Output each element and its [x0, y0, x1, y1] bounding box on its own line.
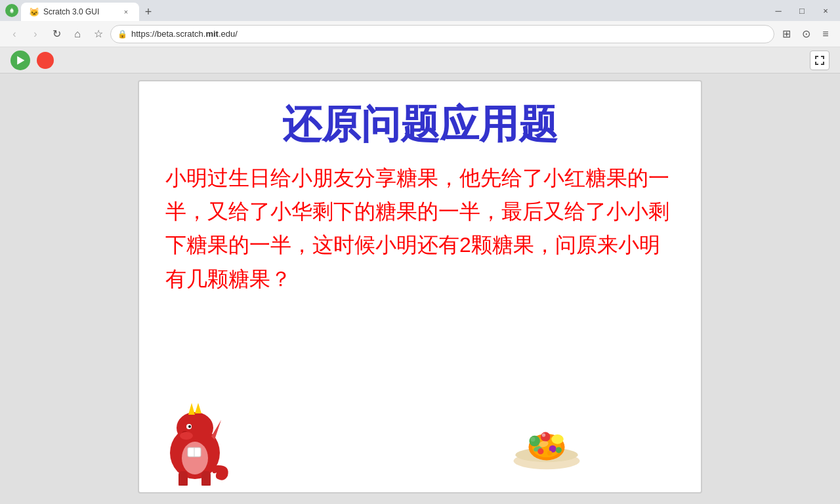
- svg-point-26: [542, 433, 545, 436]
- active-tab[interactable]: 🐱 Scratch 3.0 GUI ×: [21, 3, 139, 21]
- svg-point-25: [541, 432, 551, 442]
- svg-marker-5: [188, 403, 195, 415]
- svg-point-10: [180, 432, 193, 440]
- fullscreen-button[interactable]: [810, 51, 830, 70]
- svg-point-16: [182, 442, 208, 474]
- svg-point-27: [551, 434, 563, 444]
- nav-right-buttons: ⊞ ⊙ ≡: [777, 25, 835, 43]
- svg-point-13: [177, 485, 190, 486]
- restore-button[interactable]: □: [793, 1, 811, 20]
- browser-logo: [5, 4, 18, 17]
- svg-point-31: [547, 451, 552, 455]
- tab-favicon: 🐱: [29, 7, 39, 17]
- address-bar[interactable]: 🔒 https://beta.scratch.mit.edu/: [110, 25, 774, 43]
- profile-button[interactable]: ⊙: [797, 25, 815, 43]
- svg-point-14: [200, 485, 213, 486]
- extensions-button[interactable]: ⊞: [777, 25, 795, 43]
- refresh-button[interactable]: ↻: [47, 25, 66, 43]
- stage-title: 还原问题应用题: [139, 101, 701, 148]
- forward-button[interactable]: ›: [26, 25, 45, 43]
- tab-title-text: Scratch 3.0 GUI: [43, 7, 117, 16]
- new-tab-button[interactable]: +: [139, 3, 158, 21]
- stage-sprites: [139, 387, 701, 492]
- svg-point-32: [556, 447, 562, 453]
- nav-bar: ‹ › ↻ ⌂ ☆ 🔒 https://beta.scratch.mit.edu…: [0, 21, 840, 47]
- svg-point-23: [529, 436, 539, 446]
- menu-button[interactable]: ≡: [816, 25, 835, 43]
- svg-marker-6: [195, 403, 201, 413]
- svg-rect-11: [178, 471, 188, 486]
- scratch-toolbar: [0, 47, 840, 74]
- tab-close-button[interactable]: ×: [121, 7, 131, 17]
- address-path: .edu/: [219, 29, 238, 39]
- home-button[interactable]: ⌂: [68, 25, 87, 43]
- title-bar-controls: ─ □ ×: [769, 1, 835, 20]
- svg-point-4: [177, 412, 213, 444]
- minimize-button[interactable]: ─: [769, 1, 788, 20]
- star-button[interactable]: ☆: [89, 25, 108, 43]
- svg-point-1: [10, 9, 13, 12]
- stop-button[interactable]: [37, 52, 54, 69]
- title-bar: 🐱 Scratch 3.0 GUI × + ─ □ ×: [0, 0, 840, 21]
- svg-point-30: [537, 448, 543, 454]
- stage-body-text: 小明过生日给小朋友分享糖果，他先给了小红糖果的一半，又给了小华剩下的糖果的一半，…: [139, 161, 701, 296]
- back-button[interactable]: ‹: [5, 25, 24, 43]
- address-protocol: https://beta.scratch.: [131, 29, 205, 39]
- green-flag-button[interactable]: [10, 51, 30, 70]
- tab-bar: 🐱 Scratch 3.0 GUI × +: [21, 0, 766, 21]
- svg-point-24: [530, 437, 535, 442]
- lock-icon: 🔒: [117, 30, 127, 39]
- address-text: https://beta.scratch.mit.edu/: [131, 29, 767, 39]
- address-domain: mit: [205, 29, 219, 39]
- svg-rect-12: [201, 471, 211, 486]
- sprite-candy-plate: [511, 420, 583, 472]
- sprite-dragon: [159, 400, 231, 486]
- stage: 还原问题应用题 小明过生日给小朋友分享糖果，他先给了小红糖果的一半，又给了小华剩…: [138, 80, 702, 494]
- stage-container: 还原问题应用题 小明过生日给小朋友分享糖果，他先给了小红糖果的一半，又给了小华剩…: [0, 74, 840, 504]
- svg-marker-2: [17, 56, 24, 64]
- svg-point-8: [188, 425, 191, 428]
- close-button[interactable]: ×: [816, 1, 835, 20]
